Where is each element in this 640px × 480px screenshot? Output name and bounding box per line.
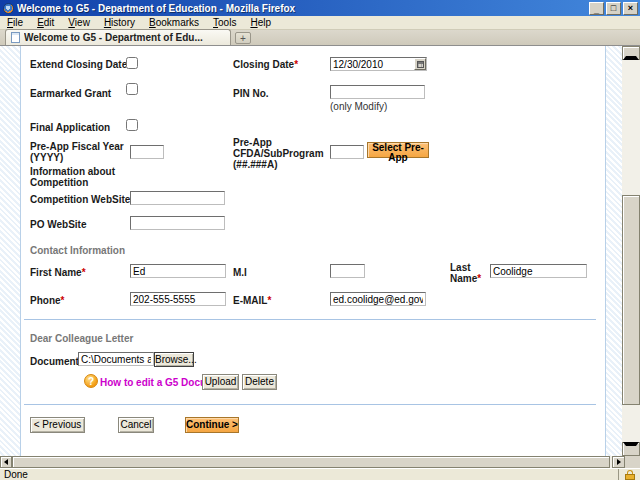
closing-date-label: Closing Date* [233, 59, 298, 70]
help-question-icon[interactable]: ? [84, 374, 98, 388]
right-margin-pattern [605, 46, 622, 456]
phone-label: Phone* [30, 295, 64, 306]
calendar-picker-button[interactable] [414, 58, 426, 70]
scrollbar-corner [625, 456, 640, 468]
competition-website-label: Competition WebSite [30, 194, 130, 205]
pre-app-cfda-input[interactable] [330, 145, 364, 159]
title-bar: Welcome to G5 - Department of Education … [0, 0, 640, 16]
menu-file[interactable]: File [0, 16, 30, 29]
padlock-icon [625, 470, 635, 480]
pre-app-fiscal-year-label: Pre-App Fiscal Year (YYYY) [30, 141, 130, 163]
menu-tools[interactable]: Tools [206, 16, 243, 29]
minimize-icon: _ [594, 6, 599, 15]
mi-input[interactable] [330, 264, 365, 278]
email-label-text: E-MAIL [233, 295, 267, 306]
required-marker: * [82, 267, 86, 278]
restore-icon: □ [611, 4, 616, 13]
tab-welcome-to-g5[interactable]: Welcome to G5 - Department of Edu... [5, 29, 231, 45]
status-text: Done [0, 469, 618, 480]
minimize-button[interactable]: _ [589, 2, 604, 15]
scroll-down-button[interactable] [622, 442, 640, 456]
form-page: Extend Closing Date Closing Date* Earmar… [0, 46, 622, 456]
scroll-right-button[interactable] [612, 456, 625, 468]
vertical-scrollbar[interactable] [622, 46, 640, 456]
scroll-left-button[interactable] [0, 456, 12, 468]
scroll-up-button[interactable] [622, 46, 640, 60]
final-application-checkbox[interactable] [126, 119, 138, 131]
arrow-right-icon [617, 459, 621, 465]
required-marker: * [477, 273, 481, 284]
po-website-input[interactable] [130, 216, 225, 230]
final-application-label: Final Application [30, 122, 110, 133]
first-name-label-text: First Name [30, 267, 82, 278]
horizontal-scrollbar[interactable] [0, 456, 640, 468]
upload-button[interactable]: Upload [202, 374, 239, 390]
competition-website-input[interactable] [130, 191, 225, 205]
page-icon [11, 32, 20, 43]
previous-button[interactable]: < Previous [30, 417, 85, 433]
email-input[interactable] [330, 292, 426, 306]
pin-no-label: PIN No. [233, 88, 269, 99]
continue-button[interactable]: Continue > [185, 417, 239, 433]
extend-closing-date-label: Extend Closing Date [30, 59, 127, 70]
vertical-scrollbar-thumb[interactable] [622, 195, 640, 405]
page-viewport: Extend Closing Date Closing Date* Earmar… [0, 46, 640, 456]
new-tab-button[interactable]: + [235, 32, 251, 44]
section-divider [24, 319, 596, 320]
last-name-label: Last Name* [450, 262, 488, 284]
pre-app-fiscal-year-input[interactable] [130, 145, 164, 159]
earmarked-grant-checkbox[interactable] [126, 83, 138, 95]
earmarked-grant-label: Earmarked Grant [30, 88, 111, 99]
pin-no-note: (only Modify) [330, 101, 387, 112]
last-name-input[interactable] [490, 264, 587, 278]
calendar-icon [417, 61, 424, 68]
document-label: Document [30, 356, 79, 367]
tab-title: Welcome to G5 - Department of Edu... [24, 32, 203, 43]
restore-button[interactable]: □ [606, 2, 621, 15]
browse-button[interactable]: Browse... [154, 352, 194, 367]
close-icon: × [628, 4, 633, 13]
dcl-section-header: Dear Colleague Letter [30, 333, 133, 344]
cancel-button[interactable]: Cancel [118, 417, 154, 433]
closing-date-label-text: Closing Date [233, 59, 294, 70]
security-panel [618, 469, 640, 480]
pin-no-input[interactable] [330, 85, 425, 99]
required-marker: * [294, 59, 298, 70]
contact-section-header: Contact Information [30, 245, 125, 256]
menu-help[interactable]: Help [243, 16, 278, 29]
tab-bar: Welcome to G5 - Department of Edu... + [0, 30, 640, 46]
last-name-label-text: Last Name [450, 262, 477, 284]
competition-section-header: Information about Competition [30, 166, 145, 188]
pre-app-cfda-label: Pre-App CFDA/SubProgram (##.###A) [233, 137, 325, 170]
window-title: Welcome to G5 - Department of Education … [17, 3, 589, 14]
required-marker: * [267, 295, 271, 306]
menu-edit[interactable]: Edit [30, 16, 61, 29]
first-name-label: First Name* [30, 267, 86, 278]
status-bar: Done [0, 468, 640, 480]
arrow-down-icon [623, 442, 639, 456]
closing-date-input[interactable] [330, 57, 427, 71]
arrow-left-icon [4, 459, 8, 465]
phone-input[interactable] [130, 292, 226, 306]
document-file-input[interactable] [78, 352, 154, 366]
select-pre-app-button[interactable]: Select Pre-App [367, 142, 429, 158]
extend-closing-date-checkbox[interactable] [126, 57, 138, 69]
close-button[interactable]: × [623, 2, 638, 15]
menu-view[interactable]: View [61, 16, 97, 29]
required-marker: * [61, 295, 65, 306]
mi-label: M.I [233, 267, 247, 278]
horizontal-scrollbar-thumb[interactable] [12, 456, 610, 468]
menu-bar: File Edit View History Bookmarks Tools H… [0, 16, 640, 30]
delete-button[interactable]: Delete [242, 374, 277, 390]
po-website-label: PO WebSite [30, 219, 87, 230]
left-margin-pattern [0, 46, 21, 456]
section-divider [24, 404, 596, 405]
email-label: E-MAIL* [233, 295, 271, 306]
firefox-icon [3, 3, 14, 14]
arrow-up-icon [623, 46, 639, 60]
first-name-input[interactable] [130, 264, 226, 278]
browser-window: Welcome to G5 - Department of Education … [0, 0, 640, 480]
phone-label-text: Phone [30, 295, 61, 306]
menu-bookmarks[interactable]: Bookmarks [142, 16, 206, 29]
menu-history[interactable]: History [97, 16, 142, 29]
